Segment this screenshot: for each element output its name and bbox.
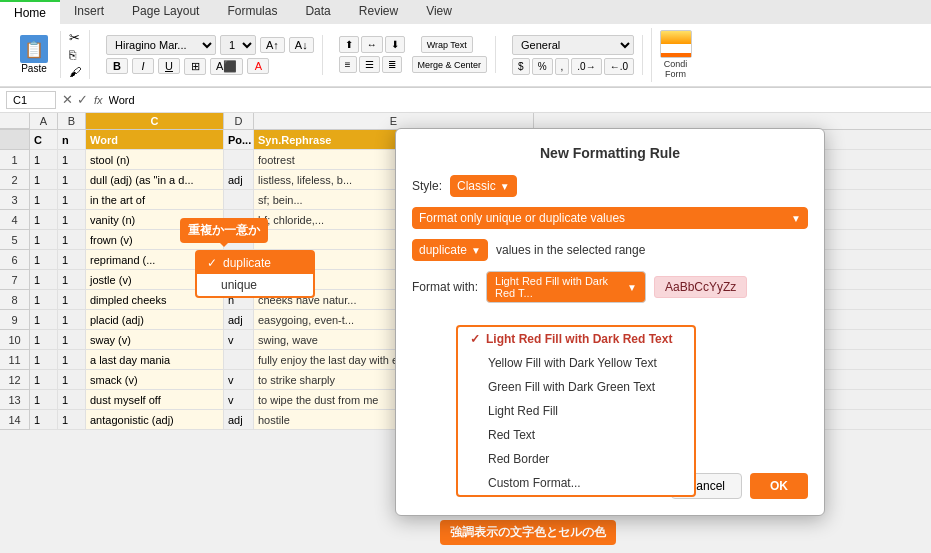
style-arrow-icon: ▼	[500, 181, 510, 192]
format-item-label-2: Green Fill with Dark Green Text	[488, 380, 655, 394]
format-item-label-0: Light Red Fill with Dark Red Text	[486, 332, 672, 346]
format-item-red-text[interactable]: Red Text	[458, 423, 694, 447]
rule-detail-row: duplicate ▼ values in the selected range	[412, 239, 808, 261]
format-with-label: Format with:	[412, 280, 478, 294]
dialog-overlay: New Formatting Rule Style: Classic ▼ For…	[0, 0, 931, 553]
format-arrow-icon: ▼	[627, 282, 637, 293]
format-item-light-red-fill[interactable]: Light Red Fill	[458, 399, 694, 423]
format-item-green-fill[interactable]: Green Fill with Dark Green Text	[458, 375, 694, 399]
format-with-row: Format with: Light Red Fill with Dark Re…	[412, 271, 808, 303]
dup-unique-select[interactable]: duplicate ▼	[412, 239, 488, 261]
style-label: Style:	[412, 179, 442, 193]
format-item-label-6: Custom Format...	[488, 476, 581, 490]
format-preview: AaBbCcYyZz	[654, 276, 747, 298]
style-value: Classic	[457, 179, 496, 193]
dup-value: duplicate	[419, 243, 467, 257]
style-row: Style: Classic ▼	[412, 175, 808, 197]
format-item-custom[interactable]: Custom Format...	[458, 471, 694, 495]
format-item-red-border[interactable]: Red Border	[458, 447, 694, 471]
rule-type-row: Format only unique or duplicate values ▼	[412, 207, 808, 229]
style-select[interactable]: Classic ▼	[450, 175, 517, 197]
rule-type-select[interactable]: Format only unique or duplicate values ▼	[412, 207, 808, 229]
format-item-label-4: Red Text	[488, 428, 535, 442]
format-value: Light Red Fill with Dark Red T...	[495, 275, 627, 299]
format-item-light-red-fill-dark-red-text[interactable]: ✓ Light Red Fill with Dark Red Text	[458, 327, 694, 351]
ok-button[interactable]: OK	[750, 473, 808, 499]
format-item-label-1: Yellow Fill with Dark Yellow Text	[488, 356, 657, 370]
format-item-label-5: Red Border	[488, 452, 549, 466]
rule-type-arrow-icon: ▼	[791, 213, 801, 224]
format-dropdown[interactable]: ✓ Light Red Fill with Dark Red Text Yell…	[456, 325, 696, 497]
dup-arrow-icon: ▼	[471, 245, 481, 256]
format-item-yellow-fill[interactable]: Yellow Fill with Dark Yellow Text	[458, 351, 694, 375]
format-with-select[interactable]: Light Red Fill with Dark Red T... ▼	[486, 271, 646, 303]
dialog-title: New Formatting Rule	[412, 145, 808, 161]
rule-type-label: Format only unique or duplicate values	[419, 211, 625, 225]
format-item-label-3: Light Red Fill	[488, 404, 558, 418]
formatting-rule-dialog: New Formatting Rule Style: Classic ▼ For…	[395, 128, 825, 516]
range-text: values in the selected range	[496, 243, 645, 257]
format-check-icon: ✓	[470, 332, 480, 346]
